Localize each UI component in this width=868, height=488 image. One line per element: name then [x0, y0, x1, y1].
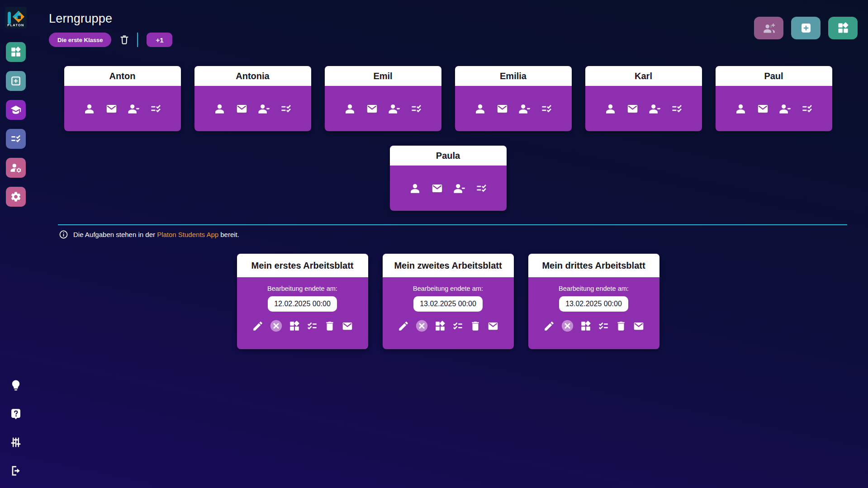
- sidebar-item-widgets[interactable]: [6, 42, 26, 62]
- lightbulb-icon: [9, 379, 22, 392]
- checklist-icon: [410, 103, 422, 115]
- students-app-link[interactable]: Platon Students App: [157, 231, 218, 238]
- person-remove-icon: [128, 103, 140, 115]
- manage-accounts-icon: [10, 162, 22, 174]
- student-name: Emil: [325, 66, 441, 86]
- sidebar-item-manage-accounts[interactable]: [6, 158, 26, 178]
- delete-class-button[interactable]: [119, 34, 130, 45]
- student-remove-button[interactable]: [779, 103, 791, 115]
- student-mail-button[interactable]: [757, 103, 769, 115]
- student-mail-button[interactable]: [236, 103, 248, 115]
- sidebar-item-tasks[interactable]: [6, 129, 26, 149]
- student-remove-button[interactable]: [649, 103, 661, 115]
- logout-button[interactable]: [9, 464, 22, 477]
- deadline-chip[interactable]: 13.02.2025 00:00: [559, 296, 628, 312]
- edit-worksheet-button[interactable]: [398, 320, 409, 332]
- add-class-button[interactable]: +1: [147, 33, 172, 47]
- info-banner: Die Aufgaben stehen in der Platon Studen…: [59, 230, 847, 239]
- mail-worksheet-button[interactable]: [342, 320, 353, 332]
- worksheet-card: Mein zweites Arbeitsblatt Bearbeitung en…: [383, 254, 514, 349]
- page-title: Lerngruppe: [49, 12, 847, 26]
- student-remove-button[interactable]: [128, 103, 140, 115]
- worksheet-results-button[interactable]: [306, 320, 318, 332]
- mail-icon: [342, 320, 353, 332]
- student-profile-button[interactable]: [344, 103, 356, 115]
- sidebar-item-add[interactable]: [6, 71, 26, 91]
- student-tasks-button[interactable]: [410, 103, 422, 115]
- mail-icon: [757, 103, 769, 115]
- sidebar-item-settings[interactable]: [6, 187, 26, 207]
- student-remove-button[interactable]: [388, 103, 400, 115]
- checklist-icon: [280, 103, 292, 115]
- worksheet-widgets-button[interactable]: [289, 320, 300, 332]
- mail-worksheet-button[interactable]: [633, 320, 645, 332]
- help-button[interactable]: [9, 407, 22, 420]
- student-mail-button[interactable]: [496, 103, 508, 115]
- edit-icon: [252, 320, 264, 332]
- edit-worksheet-button[interactable]: [252, 320, 264, 332]
- add-item-button[interactable]: [791, 17, 821, 39]
- worksheet-card: Mein drittes Arbeitsblatt Bearbeitung en…: [528, 254, 659, 349]
- deadline-chip[interactable]: 13.02.2025 00:00: [413, 296, 483, 312]
- worksheet-title: Mein erstes Arbeitsblatt: [237, 254, 368, 277]
- student-remove-button[interactable]: [518, 103, 531, 115]
- student-mail-button[interactable]: [366, 103, 378, 115]
- person-icon: [344, 103, 356, 115]
- checklist-icon: [671, 103, 683, 115]
- student-tasks-button[interactable]: [541, 103, 553, 115]
- delete-worksheet-button[interactable]: [615, 320, 627, 332]
- deadline-chip[interactable]: 12.02.2025 00:00: [268, 296, 337, 312]
- trash-icon: [119, 34, 130, 45]
- preferences-button[interactable]: [9, 436, 22, 449]
- student-name: Antonia: [194, 66, 311, 86]
- widgets-icon: [289, 320, 300, 332]
- toolbar: Die erste Klasse +1: [49, 33, 847, 47]
- mail-icon: [236, 103, 248, 115]
- student-mail-button[interactable]: [431, 182, 443, 194]
- add-students-button[interactable]: [754, 17, 783, 39]
- student-name: Anton: [64, 66, 181, 86]
- person-icon: [735, 103, 747, 115]
- student-tasks-button[interactable]: [150, 103, 162, 115]
- student-profile-button[interactable]: [735, 103, 747, 115]
- student-tasks-button[interactable]: [671, 103, 683, 115]
- worksheet-widgets-button[interactable]: [580, 320, 592, 332]
- student-profile-button[interactable]: [83, 103, 95, 115]
- edit-icon: [543, 320, 555, 332]
- deadline-label: Bearbeitung endete am:: [267, 285, 337, 292]
- student-profile-button[interactable]: [213, 103, 226, 115]
- cancel-worksheet-button[interactable]: [415, 319, 428, 332]
- mail-worksheet-button[interactable]: [487, 320, 499, 332]
- checklist-icon: [150, 103, 162, 115]
- add-worksheet-button[interactable]: [828, 17, 858, 39]
- worksheet-results-button[interactable]: [452, 320, 464, 332]
- tips-button[interactable]: [9, 379, 22, 392]
- widgets-icon: [837, 22, 849, 34]
- delete-worksheet-button[interactable]: [470, 320, 481, 332]
- student-tasks-button[interactable]: [280, 103, 292, 115]
- student-mail-button[interactable]: [105, 103, 118, 115]
- student-mail-button[interactable]: [626, 103, 639, 115]
- person-remove-icon: [453, 182, 465, 194]
- student-remove-button[interactable]: [258, 103, 270, 115]
- class-chip[interactable]: Die erste Klasse: [49, 33, 111, 47]
- sidebar-item-school[interactable]: [6, 100, 26, 120]
- checklist-icon: [801, 103, 813, 115]
- student-profile-button[interactable]: [474, 103, 486, 115]
- student-profile-button[interactable]: [604, 103, 617, 115]
- worksheet-results-button[interactable]: [598, 320, 609, 332]
- student-tasks-button[interactable]: [475, 182, 488, 194]
- app-logo[interactable]: PLATON: [5, 7, 27, 28]
- student-profile-button[interactable]: [409, 182, 421, 194]
- student-tasks-button[interactable]: [801, 103, 813, 115]
- student-remove-button[interactable]: [453, 182, 465, 194]
- school-icon: [10, 104, 22, 116]
- edit-worksheet-button[interactable]: [543, 320, 555, 332]
- student-card: Paul: [716, 66, 832, 131]
- worksheet-widgets-button[interactable]: [434, 320, 446, 332]
- checklist-icon: [475, 182, 488, 194]
- cancel-worksheet-button[interactable]: [561, 319, 574, 332]
- delete-worksheet-button[interactable]: [324, 320, 336, 332]
- cancel-worksheet-button[interactable]: [270, 319, 283, 332]
- cancel-icon: [270, 319, 283, 332]
